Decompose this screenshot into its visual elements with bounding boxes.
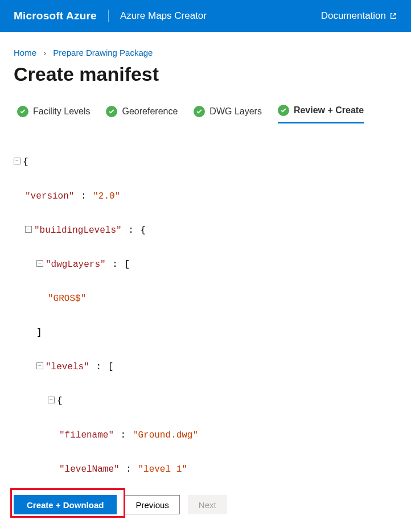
collapse-icon[interactable]: − [25,226,32,233]
step-facility-levels[interactable]: Facility Levels [17,102,90,123]
previous-button[interactable]: Previous [125,495,179,514]
documentation-link[interactable]: Documentation [321,10,397,22]
vertical-divider [108,10,109,22]
check-icon [106,106,117,117]
top-bar: Microsoft Azure Azure Maps Creator Docum… [0,0,411,32]
step-label: Facility Levels [33,106,90,117]
step-dwg-layers[interactable]: DWG Layers [194,102,262,123]
external-link-icon [389,12,397,20]
check-icon [278,105,289,116]
collapse-icon[interactable]: − [48,397,55,403]
collapse-icon[interactable]: − [14,158,20,164]
level-name: "level 1" [138,464,187,475]
dwg-layer-value: "GROS$" [48,294,86,304]
step-review-create[interactable]: Review + Create [278,101,364,123]
create-download-button[interactable]: Create + Download [14,495,117,514]
check-icon [194,106,205,117]
check-icon [17,106,28,117]
documentation-link-label: Documentation [321,10,386,22]
step-label: Review + Create [294,105,364,116]
level-filename: "Ground.dwg" [133,430,198,440]
step-label: Georeference [122,106,178,117]
manifest-version: "2.0" [93,191,120,201]
breadcrumb-prepare-drawing-package[interactable]: Prepare Drawing Package [53,48,153,57]
step-label: DWG Layers [209,106,262,117]
product-label: Azure Maps Creator [120,10,207,22]
json-viewer: −{ "version" : "2.0" −"buildingLevels" :… [0,124,411,488]
wizard-steps: Facility Levels Georeference DWG Layers … [0,96,411,124]
breadcrumb-home[interactable]: Home [14,48,36,57]
next-button: Next [188,495,227,514]
collapse-icon[interactable]: − [36,362,43,369]
collapse-icon[interactable]: − [36,260,43,267]
brand-label: Microsoft Azure [14,10,97,22]
top-bar-left: Microsoft Azure Azure Maps Creator [14,10,207,22]
step-georeference[interactable]: Georeference [106,102,178,123]
breadcrumb-separator: › [43,48,46,57]
breadcrumb: Home › Prepare Drawing Package [0,32,411,61]
page-title: Create manifest [0,61,411,96]
footer: Create + Download Previous Next [0,488,411,525]
